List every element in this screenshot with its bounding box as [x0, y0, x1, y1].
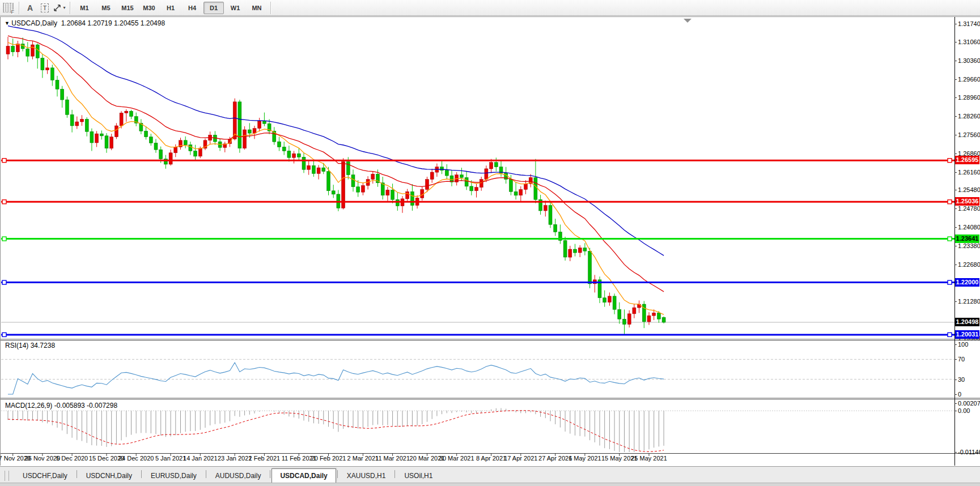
- toolbar-separator: [270, 2, 271, 14]
- tab-separator: [206, 470, 206, 478]
- tab-bar-grip[interactable]: [5, 471, 9, 481]
- price-badge-1.25036: 1.25036: [955, 197, 979, 206]
- hline-handle: [948, 280, 952, 284]
- macd-tick-mark: [954, 403, 957, 404]
- chart-tab-USOil-H1[interactable]: USOil,H1: [396, 470, 440, 483]
- chart-canvas[interactable]: [0, 17, 980, 466]
- rsi-tick-mark: [954, 380, 957, 380]
- price-tick-label: 1.28960: [958, 93, 980, 101]
- date-label: 2 Feb 2021: [249, 455, 281, 462]
- price-tick-mark: [954, 97, 957, 98]
- rsi-tick-mark: [954, 359, 957, 360]
- rsi-indicator-label: RSI(14) 34.7238: [5, 342, 55, 349]
- price-tick-label: 1.30360: [958, 57, 980, 65]
- hline-handle: [2, 200, 6, 204]
- hline-handle: [948, 332, 952, 336]
- toolbar-separator: [70, 2, 71, 14]
- timeframe-button-MN[interactable]: MN: [247, 2, 267, 14]
- tab-separator: [270, 470, 270, 478]
- chart-tab-USDCHF-Daily[interactable]: USDCHF,Daily: [15, 470, 75, 483]
- font-tool-button[interactable]: A: [23, 1, 37, 15]
- rsi-tick-label: 70: [958, 355, 965, 363]
- date-label: 5 Dec 2020: [56, 455, 88, 462]
- macd-tick-mark: [954, 411, 957, 411]
- date-label: 11 Mar 2021: [375, 455, 410, 462]
- diagonal-arrows-icon: [53, 4, 62, 12]
- timeframe-button-M5[interactable]: M5: [96, 2, 116, 14]
- price-tick-label: 1.23380: [958, 242, 980, 250]
- dock-grip-icon[interactable]: F: [3, 3, 14, 12]
- timeframe-button-M30[interactable]: M30: [139, 2, 159, 14]
- date-label: 24 Dec 2020: [118, 455, 154, 462]
- price-tick-mark: [954, 190, 957, 190]
- timeframe-group: M1M5M15M30H1H4D1W1MN: [74, 2, 268, 14]
- price-tick-mark: [954, 116, 957, 117]
- tab-separator: [394, 470, 395, 478]
- price-tick-mark: [954, 208, 957, 209]
- rsi-tick-label: 30: [958, 376, 965, 383]
- price-tick-mark: [954, 227, 957, 228]
- macd-tick-label: 0.002074: [958, 399, 980, 407]
- price-tick-mark: [954, 154, 957, 154]
- date-label: 30 Mar 2021: [439, 455, 474, 462]
- date-label: 17 Apr 2021: [504, 455, 537, 462]
- date-label: 5 Jan 2021: [155, 455, 186, 462]
- date-label: 27 Apr 2021: [538, 455, 572, 462]
- rsi-tick-label: 0: [958, 390, 961, 398]
- chart-tab-EURUSD-Daily[interactable]: EURUSD,Daily: [143, 470, 205, 483]
- price-tick-mark: [954, 265, 957, 265]
- price-tick-label: 1.29660: [958, 75, 980, 83]
- text-tool-button[interactable]: T: [38, 1, 52, 15]
- chart-tab-USDCAD-Daily[interactable]: USDCAD,Daily: [271, 468, 336, 483]
- tab-separator: [77, 470, 77, 478]
- bottom-scrollbar[interactable]: [0, 483, 980, 486]
- hline-handle: [948, 159, 952, 163]
- price-tick-mark: [954, 172, 957, 173]
- price-tick-label: 1.22680: [958, 261, 980, 268]
- price-tick-mark: [954, 42, 957, 42]
- chart-tab-AUDUSD-Daily[interactable]: AUDUSD,Daily: [207, 470, 269, 483]
- timeframe-button-H4[interactable]: H4: [182, 2, 202, 14]
- timeframe-button-D1[interactable]: D1: [203, 2, 224, 14]
- chart-tab-XAUUSD-H1[interactable]: XAUUSD,H1: [339, 470, 394, 483]
- price-tick-label: 1.24080: [958, 223, 980, 231]
- date-label: 2 Mar 2021: [347, 455, 379, 462]
- collapse-triangle-icon[interactable]: ▼: [5, 20, 10, 26]
- tab-separator: [141, 470, 142, 478]
- price-tick-label: 1.27560: [958, 131, 980, 139]
- price-badge-1.20031: 1.20031: [955, 330, 979, 339]
- price-tick-mark: [954, 301, 957, 302]
- date-label: 8 Apr 2021: [476, 455, 506, 462]
- timeframe-button-W1[interactable]: W1: [225, 2, 245, 14]
- date-label: 14 Jan 2021: [183, 455, 218, 462]
- chart-tab-USDCNH-Daily[interactable]: USDCNH,Daily: [78, 470, 140, 483]
- hline-handle: [2, 280, 6, 284]
- date-label: 23 Jan 2021: [218, 455, 252, 462]
- macd-tick-label: 0.00: [958, 407, 970, 415]
- chevron-down-icon: ▾: [63, 5, 65, 10]
- price-badge-1.20498: 1.20498: [955, 318, 979, 326]
- chart-tab-bar: USDCHF,DailyUSDCNH,DailyEURUSD,DailyAUDU…: [0, 466, 980, 483]
- price-tick-mark: [954, 61, 957, 61]
- rsi-tick-mark: [954, 344, 957, 345]
- price-tick-label: 1.24780: [958, 204, 980, 212]
- price-tick-label: 1.25480: [958, 186, 980, 194]
- cursor-tool-button[interactable]: ▾: [53, 1, 66, 15]
- hline-handle: [2, 237, 6, 241]
- date-label: 20 Feb 2021: [311, 455, 346, 462]
- timeframe-button-M15[interactable]: M15: [117, 2, 138, 14]
- price-tick-mark: [954, 24, 957, 24]
- timeframe-button-M1[interactable]: M1: [74, 2, 95, 14]
- price-tick-mark: [954, 246, 957, 246]
- date-label: 25 May 2021: [631, 455, 667, 462]
- price-tick-label: 1.21280: [958, 297, 980, 305]
- toolbar-separator: [19, 2, 20, 14]
- price-tick-mark: [954, 79, 957, 80]
- macd-indicator-label: MACD(12,26,9) -0.005893 -0.007298: [5, 402, 117, 410]
- price-tick-label: 1.31060: [958, 38, 980, 46]
- hline-handle: [948, 237, 952, 241]
- dock-grip-label: F: [11, 10, 15, 15]
- date-label: 6 May 2021: [569, 455, 601, 462]
- timeframe-button-H1[interactable]: H1: [160, 2, 181, 14]
- price-tick-mark: [954, 135, 957, 135]
